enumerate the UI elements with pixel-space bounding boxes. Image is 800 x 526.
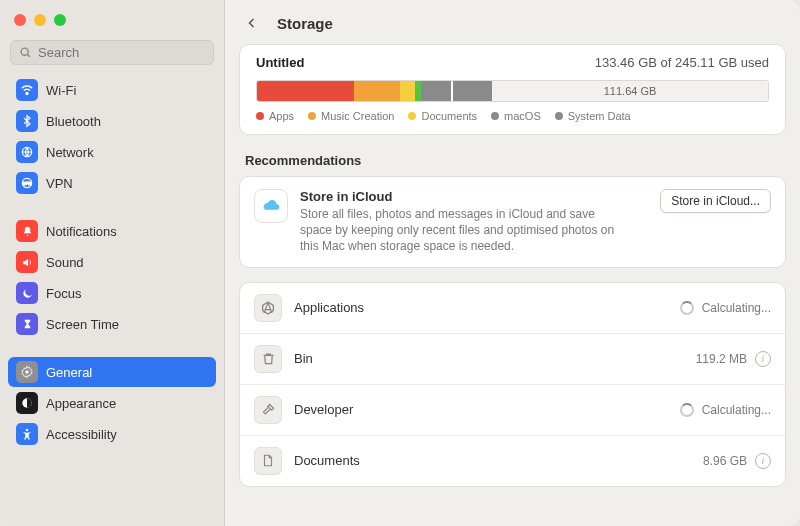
sidebar-item-label: General	[46, 365, 92, 380]
header: Storage	[225, 0, 800, 44]
category-label: Bin	[294, 351, 684, 366]
moon-icon	[16, 282, 38, 304]
svg-point-8	[26, 429, 28, 431]
gear-icon	[16, 361, 38, 383]
category-row-bin[interactable]: Bin 119.2 MB i	[240, 333, 785, 384]
category-status: Calculating...	[702, 301, 771, 315]
storage-card: Untitled 133.46 GB of 245.11 GB used 111…	[239, 44, 786, 135]
window-controls	[0, 10, 224, 40]
main-content: Storage Untitled 133.46 GB of 245.11 GB …	[225, 0, 800, 526]
bluetooth-icon	[16, 110, 38, 132]
reco-title: Store in iCloud	[300, 189, 648, 204]
search-icon	[19, 46, 32, 59]
sidebar-item-label: Sound	[46, 255, 84, 270]
appearance-icon	[16, 392, 38, 414]
sidebar-item-sound[interactable]: Sound	[8, 247, 216, 277]
chevron-left-icon	[246, 16, 258, 30]
category-label: Documents	[294, 453, 691, 468]
svg-line-1	[27, 54, 30, 57]
svg-point-0	[21, 48, 28, 55]
sidebar-item-accessibility[interactable]: Accessibility	[8, 419, 216, 449]
vpn-icon: VPN	[16, 172, 38, 194]
storage-legend: Apps Music Creation Documents macOS Syst…	[240, 110, 785, 134]
sidebar-item-label: Bluetooth	[46, 114, 101, 129]
volume-name: Untitled	[256, 55, 304, 70]
wifi-icon	[16, 79, 38, 101]
document-icon	[254, 447, 282, 475]
bell-icon	[16, 220, 38, 242]
page-title: Storage	[277, 15, 333, 32]
sidebar-item-label: Appearance	[46, 396, 116, 411]
legend-docs: Documents	[421, 110, 477, 122]
categories-list: A Applications Calculating... Bin 119.2 …	[239, 282, 786, 487]
search-input[interactable]	[10, 40, 214, 65]
segment-macos	[421, 81, 452, 101]
sidebar-item-label: Focus	[46, 286, 81, 301]
legend-macos: macOS	[504, 110, 541, 122]
recommendation-card: Store in iCloud Store all files, photos …	[239, 176, 786, 268]
sidebar-item-screentime[interactable]: Screen Time	[8, 309, 216, 339]
svg-text:VPN: VPN	[23, 181, 31, 186]
storage-bar: 111.64 GB	[256, 80, 769, 102]
category-size: 8.96 GB	[703, 454, 747, 468]
category-size: 119.2 MB	[696, 352, 747, 366]
info-icon[interactable]: i	[755, 351, 771, 367]
trash-icon	[254, 345, 282, 373]
spinner-icon	[680, 403, 694, 417]
speaker-icon	[16, 251, 38, 273]
network-icon	[16, 141, 38, 163]
sidebar-item-general[interactable]: General	[8, 357, 216, 387]
sidebar-item-network[interactable]: Network	[8, 137, 216, 167]
segment-apps	[257, 81, 354, 101]
applications-icon: A	[254, 294, 282, 322]
sidebar-item-wifi[interactable]: Wi-Fi	[8, 75, 216, 105]
legend-music: Music Creation	[321, 110, 394, 122]
category-row-developer[interactable]: Developer Calculating...	[240, 384, 785, 435]
legend-sys: System Data	[568, 110, 631, 122]
svg-point-2	[26, 93, 28, 95]
legend-apps: Apps	[269, 110, 294, 122]
icloud-icon	[254, 189, 288, 223]
hourglass-icon	[16, 313, 38, 335]
category-row-documents[interactable]: Documents 8.96 GB i	[240, 435, 785, 486]
sidebar-item-vpn[interactable]: VPN VPN	[8, 168, 216, 198]
category-row-applications[interactable]: A Applications Calculating...	[240, 283, 785, 333]
sidebar-item-label: Accessibility	[46, 427, 117, 442]
usage-text: 133.46 GB of 245.11 GB used	[595, 55, 769, 70]
store-in-icloud-button[interactable]: Store in iCloud...	[660, 189, 771, 213]
accessibility-icon	[16, 423, 38, 445]
sidebar-item-label: Notifications	[46, 224, 117, 239]
sidebar-item-focus[interactable]: Focus	[8, 278, 216, 308]
hammer-icon	[254, 396, 282, 424]
segment-documents	[400, 81, 415, 101]
search-field[interactable]	[38, 45, 205, 60]
segment-free: 111.64 GB	[492, 81, 768, 101]
category-label: Developer	[294, 402, 668, 417]
segment-music	[354, 81, 400, 101]
info-icon[interactable]: i	[755, 453, 771, 469]
back-button[interactable]	[241, 12, 263, 34]
maximize-icon[interactable]	[54, 14, 66, 26]
sidebar-item-notifications[interactable]: Notifications	[8, 216, 216, 246]
sidebar-item-label: Wi-Fi	[46, 83, 76, 98]
category-status: Calculating...	[702, 403, 771, 417]
segment-system	[451, 81, 492, 101]
close-icon[interactable]	[14, 14, 26, 26]
sidebar-item-bluetooth[interactable]: Bluetooth	[8, 106, 216, 136]
reco-description: Store all files, photos and messages in …	[300, 206, 630, 255]
sidebar-item-label: Network	[46, 145, 94, 160]
category-label: Applications	[294, 300, 668, 315]
sidebar: Wi-Fi Bluetooth Network VPN VPN Notifi	[0, 0, 225, 526]
minimize-icon[interactable]	[34, 14, 46, 26]
sidebar-item-appearance[interactable]: Appearance	[8, 388, 216, 418]
recommendations-heading: Recommendations	[239, 149, 786, 176]
spinner-icon	[680, 301, 694, 315]
sidebar-item-label: Screen Time	[46, 317, 119, 332]
svg-point-6	[25, 370, 29, 374]
sidebar-item-label: VPN	[46, 176, 73, 191]
